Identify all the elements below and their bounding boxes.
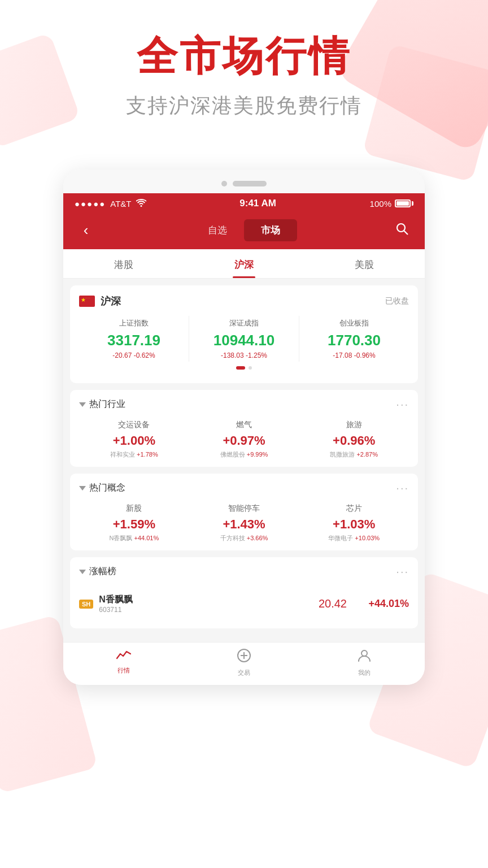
market-tabs: 港股 沪深 美股 [63,249,425,279]
index-title-row: 沪深 [79,294,121,308]
more-dots-industry[interactable]: ··· [396,398,409,411]
sector-transport[interactable]: 交运设备 +1.00% 祥和实业 +1.78% [79,420,189,459]
sector-travel-change: +0.96% [299,433,409,448]
bottom-tab-market[interactable]: 行情 [63,648,184,677]
phone-mockup: ●●●●● AT&T 9:41 AM 100% ‹ 自选 市场 [63,170,425,685]
sh-badge: SH [79,600,93,609]
search-button[interactable] [391,223,413,238]
svg-point-5 [361,650,367,656]
status-time: 9:41 AM [239,198,276,209]
sector-ipo-name: 新股 [79,504,189,514]
back-button[interactable]: ‹ [75,222,97,239]
hot-industry-card: 热门行业 ··· 交运设备 +1.00% 祥和实业 +1.78% 燃气 +0.9… [70,390,418,467]
triangle-icon [79,402,86,407]
sector-chip[interactable]: 芯片 +1.03% 华微电子 +10.03% [299,504,409,542]
market-tab-label: 行情 [117,666,130,675]
top-section: 全市场行情 支持沪深港美股免费行情 [0,0,488,120]
sector-chip-name: 芯片 [299,504,409,514]
profile-tab-label: 我的 [358,669,371,677]
concept-sector-grid: 新股 +1.59% N香飘飘 +44.01% 智能停车 +1.43% 千方科技 … [79,504,409,542]
tab-hk[interactable]: 港股 [63,249,184,278]
tab-sh[interactable]: 沪深 [184,249,304,278]
rise-list-title-row: 涨幅榜 [79,566,116,578]
hot-concept-title-row: 热门概念 [79,482,125,494]
sector-ipo[interactable]: 新股 +1.59% N香飘飘 +44.01% [79,504,189,542]
hot-industry-title-row: 热门行业 [79,398,125,410]
index-sh-value: 3317.19 [79,332,189,349]
content-area: 沪深 已收盘 上证指数 3317.19 -20.67 -0.62% 深证成指 1… [63,279,425,642]
sector-parking-change: +1.43% [189,517,299,532]
bottom-tab-trade[interactable]: 交易 [184,648,304,677]
tab-watchlist[interactable]: 自选 [191,219,244,241]
sector-travel[interactable]: 旅游 +0.96% 凯撒旅游 +2.87% [299,420,409,459]
sector-chip-sub: 华微电子 +10.03% [299,534,409,542]
sector-transport-change: +1.00% [79,433,189,448]
carrier-name: AT&T [110,199,131,209]
index-cyb-change: -17.08 -0.96% [299,351,409,359]
profile-tab-icon [357,648,372,666]
stock-info: N香飘飘 603711 [99,594,319,614]
rise-list-header: 涨幅榜 ··· [79,565,409,578]
scroll-dot-2 [249,366,252,370]
rise-list-card: 涨幅榜 ··· SH N香飘飘 603711 20.42 +44.01% [70,557,418,628]
index-section-title: 沪深 [101,294,121,308]
sector-ipo-sub: N香飘飘 +44.01% [79,534,189,542]
battery-icon [395,199,413,207]
svg-point-0 [397,224,405,232]
status-right: 100% [370,199,413,209]
hot-industry-title: 热门行业 [89,398,125,410]
sector-transport-sub: 祥和实业 +1.78% [79,450,189,459]
index-item-sz[interactable]: 深证成指 10944.10 -138.03 -1.25% [189,316,299,362]
market-status: 已收盘 [385,296,409,306]
status-left: ●●●●● AT&T [75,199,146,209]
triangle-icon-2 [79,486,86,491]
sub-title: 支持沪深港美股免费行情 [0,92,488,120]
index-values: 上证指数 3317.19 -20.67 -0.62% 深证成指 10944.10… [79,316,409,362]
sector-parking-sub: 千方科技 +3.66% [189,534,299,542]
sector-transport-name: 交运设备 [79,420,189,430]
sector-parking[interactable]: 智能停车 +1.43% 千方科技 +3.66% [189,504,299,542]
tab-market[interactable]: 市场 [244,219,297,241]
index-item-cyb[interactable]: 创业板指 1770.30 -17.08 -0.96% [299,316,409,362]
nav-tabs: 自选 市场 [104,219,384,241]
nav-bar: ‹ 自选 市场 [63,214,425,249]
svg-line-1 [404,231,408,235]
china-flag-icon [79,296,95,307]
more-dots-concept[interactable]: ··· [396,481,409,494]
status-bar: ●●●●● AT&T 9:41 AM 100% [63,193,425,214]
index-cyb-name: 创业板指 [299,318,409,328]
sector-chip-change: +1.03% [299,517,409,532]
trade-tab-label: 交易 [238,669,250,677]
sector-parking-name: 智能停车 [189,504,299,514]
dot-2 [233,181,267,186]
index-sh-name: 上证指数 [79,318,189,328]
sector-gas-name: 燃气 [189,420,299,430]
index-sz-name: 深证成指 [189,318,299,328]
rise-list-title: 涨幅榜 [89,566,116,578]
bottom-tab-profile[interactable]: 我的 [304,648,425,677]
index-scroll-dots [79,362,409,374]
hot-concept-card: 热门概念 ··· 新股 +1.59% N香飘飘 +44.01% 智能停车 +1.… [70,474,418,550]
hot-industry-header: 热门行业 ··· [79,398,409,411]
bottom-tabs: 行情 交易 我的 [63,642,425,685]
index-card-header: 沪深 已收盘 [79,294,409,308]
scroll-dot-1 [236,366,245,370]
carrier-dots: ●●●●● [75,199,106,209]
dot-1 [221,181,227,186]
index-item-sh[interactable]: 上证指数 3317.19 -20.67 -0.62% [79,316,189,362]
index-cyb-value: 1770.30 [299,332,409,349]
sector-travel-name: 旅游 [299,420,409,430]
index-sh-change: -20.67 -0.62% [79,351,189,359]
sector-gas[interactable]: 燃气 +0.97% 佛燃股份 +9.99% [189,420,299,459]
rise-list-item[interactable]: SH N香飘飘 603711 20.42 +44.01% [79,587,409,620]
more-dots-rise[interactable]: ··· [396,565,409,578]
index-card: 沪深 已收盘 上证指数 3317.19 -20.67 -0.62% 深证成指 1… [70,285,418,383]
index-sz-change: -138.03 -1.25% [189,351,299,359]
main-title: 全市场行情 [0,34,488,79]
triangle-icon-3 [79,570,86,574]
sector-ipo-change: +1.59% [79,517,189,532]
sector-gas-sub: 佛燃股份 +9.99% [189,450,299,459]
index-sz-value: 10944.10 [189,332,299,349]
sector-travel-sub: 凯撒旅游 +2.87% [299,450,409,459]
tab-us[interactable]: 美股 [304,249,425,278]
